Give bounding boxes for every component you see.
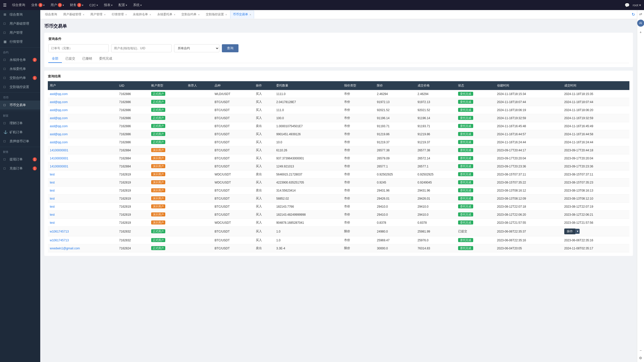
nav-user[interactable]: 用户3▾ — [48, 0, 66, 10]
cell-variety: BTC/USDT — [213, 154, 254, 162]
user-link[interactable]: test — [50, 197, 55, 200]
filter-tab-cancelled[interactable]: 已撤销 — [79, 55, 96, 63]
cell-account-type: 演示用户 — [149, 162, 186, 170]
tab-user-manage[interactable]: 用户管理 × — [88, 11, 108, 19]
cell-account-type: 演示用户 — [149, 203, 186, 211]
cell-quote-type: 市价 — [342, 98, 375, 106]
file-icon-2: □ — [4, 67, 8, 71]
home-icon: ⊞ — [4, 13, 8, 17]
cell-account-type: 正式用户 — [149, 122, 186, 130]
sidebar-item-wealth-order[interactable]: □ 理财订单 — [0, 119, 40, 128]
contract-select[interactable]: 所有合约 — [174, 44, 219, 52]
cell-referrer — [186, 146, 213, 154]
right-panel-icon-avatar[interactable]: AI — [637, 20, 644, 27]
user-link[interactable]: asd@qq.com — [50, 100, 68, 104]
cell-operation: 买入 — [254, 195, 274, 203]
user-link[interactable]: wxedwin1@gmail.com — [50, 247, 80, 250]
menu-icon[interactable]: ☰ — [3, 3, 7, 8]
sidebar-item-withdraw[interactable]: □ 提现订单 1 — [0, 155, 40, 164]
tab-contract-order[interactable]: 交割合约单 × — [179, 11, 202, 19]
cell-trade-time: 2023-08-12T22:07:19 — [562, 203, 629, 211]
nav-business[interactable]: 业务3▾ — [29, 0, 47, 10]
right-panel-icon-minus[interactable]: − — [639, 348, 641, 352]
nav-dashboard[interactable]: 综合查询 — [10, 0, 28, 10]
tab-user-basic[interactable]: 用户基础管理 × — [60, 11, 87, 19]
sidebar-item-coin-trade[interactable]: □ 币币交易单 — [0, 101, 40, 110]
tab-close-user-manage[interactable]: × — [104, 13, 105, 16]
user-link[interactable]: w1061745713 — [50, 239, 69, 242]
right-panel-icon-plus[interactable]: + — [639, 30, 641, 34]
user-link[interactable]: asd@qq.com — [50, 132, 68, 136]
sidebar-item-perpetual-hold[interactable]: □ 永续持仓单 2 — [0, 55, 40, 64]
table-row: test 7162819 演示用户 BTC/USDT 买入 182143.482… — [48, 211, 629, 219]
user-link[interactable]: test — [50, 205, 55, 208]
sidebar-item-user-basic[interactable]: □ 用户基础管理 — [0, 19, 40, 28]
nav-config[interactable]: 配置▾ — [116, 0, 130, 10]
tab-coin-trade[interactable]: 币币交易单 × — [230, 11, 254, 19]
tab-perpetual-order[interactable]: 永续委托单 × — [154, 11, 178, 19]
table-header-row: 用户 UID 账户类型 推荐人 品种 操作 委托数量 报价类型 限价 成交价格 … — [48, 81, 629, 90]
filter-tab-all[interactable]: 全部 — [48, 55, 62, 63]
sidebar-item-recharge[interactable]: □ 充值订单 1 — [0, 164, 40, 173]
user-link[interactable]: asd@qq.com — [50, 116, 68, 120]
cell-user: asd@qq.com — [48, 106, 117, 114]
cell-account-type: 正式用户 — [149, 90, 186, 98]
sidebar-item-perpetual-order[interactable]: □ 永续委托单 — [0, 64, 40, 73]
tab-close-user-basic[interactable]: × — [83, 13, 84, 16]
sidebar-item-user-manage[interactable]: □ 用户管理 — [0, 28, 40, 37]
right-panel-icon-1[interactable]: ⇄ — [639, 12, 642, 16]
user-link[interactable]: test — [50, 221, 55, 224]
filter-tab-completed[interactable]: 委托完成 — [96, 55, 116, 63]
nav-finance[interactable]: 财务2▾ — [67, 0, 86, 10]
user-menu[interactable]: root ▾ — [633, 3, 641, 7]
cell-referrer — [186, 130, 213, 138]
user-link[interactable]: test — [50, 181, 55, 184]
tab-close-perpetual-order[interactable]: × — [174, 13, 175, 16]
user-link[interactable]: asd@qq.com — [50, 141, 68, 144]
cell-uid: 7162886 — [117, 130, 149, 138]
user-link[interactable]: 14100000001 — [50, 165, 68, 168]
user-link[interactable]: 14100000001 — [50, 149, 68, 152]
sidebar-item-mining-order[interactable]: ⚓ 矿机订单 — [0, 128, 40, 137]
query-row: 所有合约 查询 — [48, 44, 629, 52]
tab-market[interactable]: 行情管理 × — [109, 11, 130, 19]
user-link[interactable]: asd@qq.com — [50, 92, 68, 96]
sidebar-item-contract-order[interactable]: □ 交割合约单 1 — [0, 73, 40, 82]
right-panel-icon-settings[interactable]: ⚙ — [639, 356, 642, 360]
tab-close-contract-order[interactable]: × — [198, 13, 199, 16]
user-link[interactable]: asd@qq.com — [50, 108, 68, 112]
tab-close-market[interactable]: × — [125, 13, 127, 16]
tab-close-perpetual-hold[interactable]: × — [149, 13, 151, 16]
tab-contract-control[interactable]: 交割场控设置 × — [203, 11, 230, 19]
user-link[interactable]: w1061745713 — [50, 230, 69, 233]
refresh-icon[interactable]: ↻ — [632, 12, 635, 17]
sidebar-item-dashboard[interactable]: ⊞ 综合查询 — [0, 10, 40, 19]
trade-time-value: 2023-08-13T08:12:10 — [564, 197, 593, 200]
cell-limit-price: 2.46294 — [375, 90, 415, 98]
query-button[interactable]: 查询 — [222, 44, 238, 52]
user-link[interactable]: test — [50, 213, 55, 216]
sidebar: ⊞ 综合查询 □ 用户基础管理 □ 用户管理 ▦ 行情管理 合约 □ 永续持仓单… — [0, 10, 40, 362]
filter-tab-submitted[interactable]: 已提交 — [62, 55, 79, 63]
action-arrow-button[interactable]: ▾ — [575, 229, 580, 234]
user-avatar[interactable]: AI — [637, 20, 644, 27]
sidebar-item-contract-control[interactable]: □ 交割场控设置 — [0, 82, 40, 92]
nav-c2c[interactable]: C2C▾ — [87, 0, 100, 10]
nav-report[interactable]: 报表▾ — [101, 0, 115, 10]
tab-dashboard[interactable]: 综合查询 — [42, 11, 60, 19]
sidebar-item-market[interactable]: ▦ 行情管理 — [0, 37, 40, 46]
message-icon[interactable]: 💬 — [625, 3, 630, 8]
nav-system[interactable]: 系统▾ — [131, 0, 144, 10]
tab-close-contract-control[interactable]: × — [225, 13, 227, 16]
user-link[interactable]: test — [50, 173, 55, 176]
order-no-input[interactable] — [48, 44, 109, 52]
action-button[interactable]: 操作 — [564, 229, 575, 234]
user-link[interactable]: 14100000001 — [50, 157, 68, 160]
user-link[interactable]: test — [50, 189, 55, 192]
cell-quote-type: 市价 — [342, 203, 375, 211]
sidebar-item-credit-order[interactable]: □ 质押借币订单 — [0, 137, 40, 146]
user-link[interactable]: asd@qq.com — [50, 124, 68, 128]
tab-perpetual-hold[interactable]: 永续持仓单 × — [130, 11, 154, 19]
tab-close-coin-trade[interactable]: × — [250, 13, 251, 16]
user-input[interactable] — [111, 44, 172, 52]
